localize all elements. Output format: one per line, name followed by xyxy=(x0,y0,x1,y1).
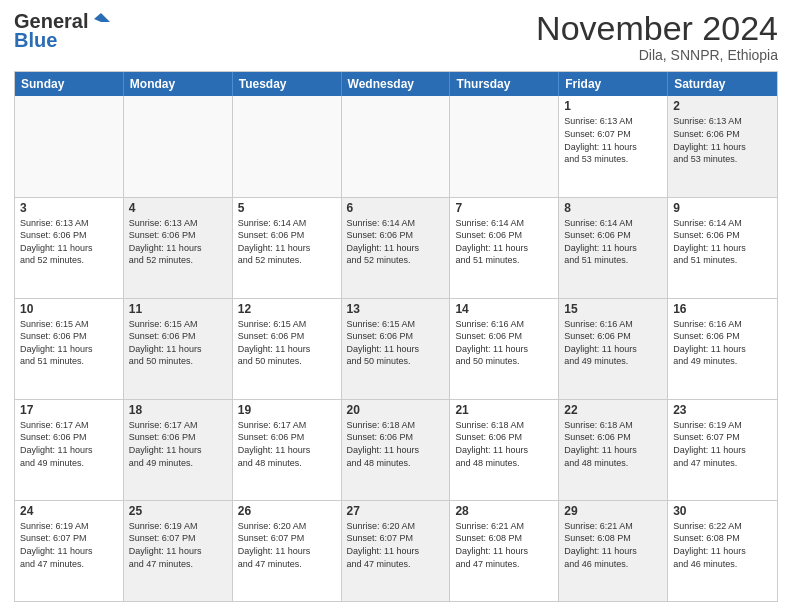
day-info: Sunrise: 6:16 AM Sunset: 6:06 PM Dayligh… xyxy=(673,318,772,368)
calendar-cell xyxy=(342,96,451,196)
day-info: Sunrise: 6:16 AM Sunset: 6:06 PM Dayligh… xyxy=(455,318,553,368)
calendar-cell: 9Sunrise: 6:14 AM Sunset: 6:06 PM Daylig… xyxy=(668,198,777,298)
calendar-cell: 14Sunrise: 6:16 AM Sunset: 6:06 PM Dayli… xyxy=(450,299,559,399)
calendar-row: 3Sunrise: 6:13 AM Sunset: 6:06 PM Daylig… xyxy=(15,197,777,298)
day-info: Sunrise: 6:13 AM Sunset: 6:06 PM Dayligh… xyxy=(20,217,118,267)
calendar-cell: 21Sunrise: 6:18 AM Sunset: 6:06 PM Dayli… xyxy=(450,400,559,500)
day-number: 24 xyxy=(20,504,118,518)
calendar-cell xyxy=(233,96,342,196)
calendar-cell: 4Sunrise: 6:13 AM Sunset: 6:06 PM Daylig… xyxy=(124,198,233,298)
day-number: 22 xyxy=(564,403,662,417)
logo-flag-icon xyxy=(90,11,112,33)
day-number: 29 xyxy=(564,504,662,518)
day-info: Sunrise: 6:15 AM Sunset: 6:06 PM Dayligh… xyxy=(129,318,227,368)
calendar-cell: 22Sunrise: 6:18 AM Sunset: 6:06 PM Dayli… xyxy=(559,400,668,500)
day-number: 25 xyxy=(129,504,227,518)
logo: General Blue xyxy=(14,10,112,52)
day-number: 2 xyxy=(673,99,772,113)
calendar-cell: 16Sunrise: 6:16 AM Sunset: 6:06 PM Dayli… xyxy=(668,299,777,399)
calendar-cell: 20Sunrise: 6:18 AM Sunset: 6:06 PM Dayli… xyxy=(342,400,451,500)
day-number: 26 xyxy=(238,504,336,518)
day-number: 28 xyxy=(455,504,553,518)
day-info: Sunrise: 6:13 AM Sunset: 6:06 PM Dayligh… xyxy=(129,217,227,267)
day-info: Sunrise: 6:21 AM Sunset: 6:08 PM Dayligh… xyxy=(455,520,553,570)
day-number: 20 xyxy=(347,403,445,417)
day-number: 21 xyxy=(455,403,553,417)
day-info: Sunrise: 6:17 AM Sunset: 6:06 PM Dayligh… xyxy=(238,419,336,469)
calendar-header-day: Monday xyxy=(124,72,233,96)
calendar-cell: 6Sunrise: 6:14 AM Sunset: 6:06 PM Daylig… xyxy=(342,198,451,298)
day-info: Sunrise: 6:18 AM Sunset: 6:06 PM Dayligh… xyxy=(455,419,553,469)
calendar-row: 1Sunrise: 6:13 AM Sunset: 6:07 PM Daylig… xyxy=(15,96,777,196)
calendar-cell: 13Sunrise: 6:15 AM Sunset: 6:06 PM Dayli… xyxy=(342,299,451,399)
calendar-cell: 26Sunrise: 6:20 AM Sunset: 6:07 PM Dayli… xyxy=(233,501,342,601)
calendar-cell: 24Sunrise: 6:19 AM Sunset: 6:07 PM Dayli… xyxy=(15,501,124,601)
calendar-cell: 12Sunrise: 6:15 AM Sunset: 6:06 PM Dayli… xyxy=(233,299,342,399)
calendar-row: 24Sunrise: 6:19 AM Sunset: 6:07 PM Dayli… xyxy=(15,500,777,601)
calendar-cell: 29Sunrise: 6:21 AM Sunset: 6:08 PM Dayli… xyxy=(559,501,668,601)
day-info: Sunrise: 6:19 AM Sunset: 6:07 PM Dayligh… xyxy=(129,520,227,570)
calendar-cell: 3Sunrise: 6:13 AM Sunset: 6:06 PM Daylig… xyxy=(15,198,124,298)
calendar-cell: 1Sunrise: 6:13 AM Sunset: 6:07 PM Daylig… xyxy=(559,96,668,196)
calendar-header-day: Saturday xyxy=(668,72,777,96)
day-info: Sunrise: 6:16 AM Sunset: 6:06 PM Dayligh… xyxy=(564,318,662,368)
calendar-header-day: Tuesday xyxy=(233,72,342,96)
calendar-cell xyxy=(15,96,124,196)
day-info: Sunrise: 6:14 AM Sunset: 6:06 PM Dayligh… xyxy=(564,217,662,267)
calendar-row: 17Sunrise: 6:17 AM Sunset: 6:06 PM Dayli… xyxy=(15,399,777,500)
day-number: 30 xyxy=(673,504,772,518)
day-number: 3 xyxy=(20,201,118,215)
day-number: 18 xyxy=(129,403,227,417)
day-info: Sunrise: 6:20 AM Sunset: 6:07 PM Dayligh… xyxy=(238,520,336,570)
calendar-cell: 10Sunrise: 6:15 AM Sunset: 6:06 PM Dayli… xyxy=(15,299,124,399)
day-number: 1 xyxy=(564,99,662,113)
month-title: November 2024 xyxy=(536,10,778,47)
calendar-body: 1Sunrise: 6:13 AM Sunset: 6:07 PM Daylig… xyxy=(15,96,777,601)
day-number: 10 xyxy=(20,302,118,316)
calendar-cell: 25Sunrise: 6:19 AM Sunset: 6:07 PM Dayli… xyxy=(124,501,233,601)
day-info: Sunrise: 6:14 AM Sunset: 6:06 PM Dayligh… xyxy=(455,217,553,267)
day-number: 15 xyxy=(564,302,662,316)
day-info: Sunrise: 6:15 AM Sunset: 6:06 PM Dayligh… xyxy=(347,318,445,368)
title-block: November 2024 Dila, SNNPR, Ethiopia xyxy=(536,10,778,63)
day-info: Sunrise: 6:13 AM Sunset: 6:07 PM Dayligh… xyxy=(564,115,662,165)
calendar-header-day: Wednesday xyxy=(342,72,451,96)
page: General Blue November 2024 Dila, SNNPR, … xyxy=(0,0,792,612)
day-info: Sunrise: 6:18 AM Sunset: 6:06 PM Dayligh… xyxy=(564,419,662,469)
calendar-cell: 30Sunrise: 6:22 AM Sunset: 6:08 PM Dayli… xyxy=(668,501,777,601)
day-info: Sunrise: 6:14 AM Sunset: 6:06 PM Dayligh… xyxy=(238,217,336,267)
day-info: Sunrise: 6:15 AM Sunset: 6:06 PM Dayligh… xyxy=(238,318,336,368)
calendar-header-day: Friday xyxy=(559,72,668,96)
day-number: 17 xyxy=(20,403,118,417)
day-info: Sunrise: 6:17 AM Sunset: 6:06 PM Dayligh… xyxy=(20,419,118,469)
calendar-header-day: Sunday xyxy=(15,72,124,96)
calendar-cell: 15Sunrise: 6:16 AM Sunset: 6:06 PM Dayli… xyxy=(559,299,668,399)
day-number: 8 xyxy=(564,201,662,215)
day-number: 27 xyxy=(347,504,445,518)
calendar-header: SundayMondayTuesdayWednesdayThursdayFrid… xyxy=(15,72,777,96)
calendar-cell: 18Sunrise: 6:17 AM Sunset: 6:06 PM Dayli… xyxy=(124,400,233,500)
calendar-cell: 23Sunrise: 6:19 AM Sunset: 6:07 PM Dayli… xyxy=(668,400,777,500)
day-number: 9 xyxy=(673,201,772,215)
day-number: 13 xyxy=(347,302,445,316)
calendar-cell xyxy=(450,96,559,196)
calendar-cell xyxy=(124,96,233,196)
day-number: 23 xyxy=(673,403,772,417)
calendar-cell: 8Sunrise: 6:14 AM Sunset: 6:06 PM Daylig… xyxy=(559,198,668,298)
day-number: 16 xyxy=(673,302,772,316)
day-info: Sunrise: 6:21 AM Sunset: 6:08 PM Dayligh… xyxy=(564,520,662,570)
day-info: Sunrise: 6:17 AM Sunset: 6:06 PM Dayligh… xyxy=(129,419,227,469)
header: General Blue November 2024 Dila, SNNPR, … xyxy=(14,10,778,63)
day-number: 6 xyxy=(347,201,445,215)
day-number: 5 xyxy=(238,201,336,215)
calendar: SundayMondayTuesdayWednesdayThursdayFrid… xyxy=(14,71,778,602)
day-number: 19 xyxy=(238,403,336,417)
day-number: 12 xyxy=(238,302,336,316)
day-number: 14 xyxy=(455,302,553,316)
calendar-cell: 17Sunrise: 6:17 AM Sunset: 6:06 PM Dayli… xyxy=(15,400,124,500)
calendar-cell: 27Sunrise: 6:20 AM Sunset: 6:07 PM Dayli… xyxy=(342,501,451,601)
day-info: Sunrise: 6:15 AM Sunset: 6:06 PM Dayligh… xyxy=(20,318,118,368)
day-number: 7 xyxy=(455,201,553,215)
day-number: 4 xyxy=(129,201,227,215)
day-info: Sunrise: 6:19 AM Sunset: 6:07 PM Dayligh… xyxy=(673,419,772,469)
